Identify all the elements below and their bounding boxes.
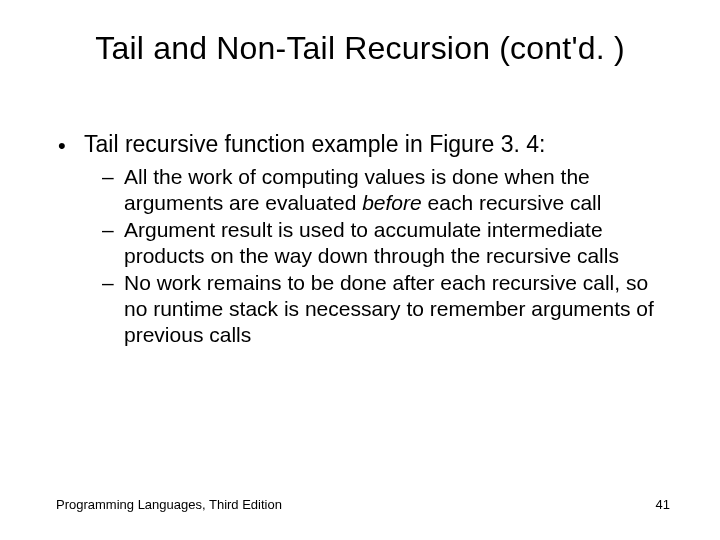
bullet-level2: All the work of computing values is done… bbox=[102, 164, 670, 215]
text-italic: before bbox=[362, 191, 422, 214]
subbullet-text: No work remains to be done after each re… bbox=[124, 270, 670, 347]
page-number: 41 bbox=[656, 497, 670, 512]
slide-title: Tail and Non-Tail Recursion (cont'd. ) bbox=[0, 30, 720, 67]
bullet-level1: Tail recursive function example in Figur… bbox=[56, 130, 670, 158]
subbullet-text: All the work of computing values is done… bbox=[124, 164, 670, 215]
bullet-text: Tail recursive function example in Figur… bbox=[84, 130, 546, 158]
dash-icon bbox=[102, 164, 124, 215]
subbullet-text: Argument result is used to accumulate in… bbox=[124, 217, 670, 268]
bullet-level2: Argument result is used to accumulate in… bbox=[102, 217, 670, 268]
bullet-level2: No work remains to be done after each re… bbox=[102, 270, 670, 347]
slide-body: Tail recursive function example in Figur… bbox=[56, 130, 670, 349]
dash-icon bbox=[102, 217, 124, 268]
footer-source: Programming Languages, Third Edition bbox=[56, 497, 282, 512]
bullet-dot-icon bbox=[56, 130, 84, 158]
slide: Tail and Non-Tail Recursion (cont'd. ) T… bbox=[0, 0, 720, 540]
text-part: each recursive call bbox=[422, 191, 602, 214]
dash-icon bbox=[102, 270, 124, 347]
